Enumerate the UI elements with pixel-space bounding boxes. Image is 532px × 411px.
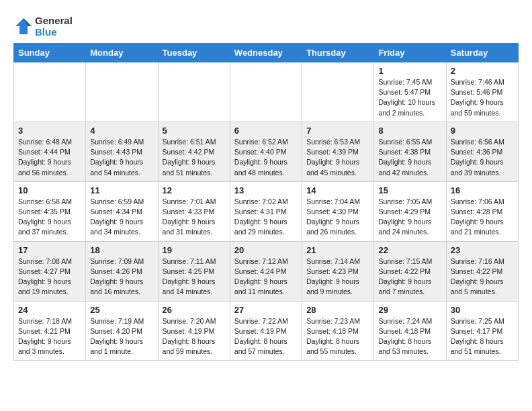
day-info: Sunrise: 6:59 AM Sunset: 4:34 PM Dayligh… <box>90 197 153 238</box>
calendar-week-row: 1Sunrise: 7:45 AM Sunset: 5:47 PM Daylig… <box>14 62 519 122</box>
calendar-cell: 22Sunrise: 7:15 AM Sunset: 4:22 PM Dayli… <box>374 241 446 301</box>
day-number: 1 <box>378 66 441 76</box>
calendar-cell: 3Sunrise: 6:48 AM Sunset: 4:44 PM Daylig… <box>14 122 86 181</box>
calendar-cell: 12Sunrise: 7:01 AM Sunset: 4:33 PM Dayli… <box>158 181 230 241</box>
calendar-cell: 18Sunrise: 7:09 AM Sunset: 4:26 PM Dayli… <box>86 241 158 301</box>
day-info: Sunrise: 7:19 AM Sunset: 4:20 PM Dayligh… <box>90 316 153 357</box>
day-info: Sunrise: 6:51 AM Sunset: 4:42 PM Dayligh… <box>163 137 226 178</box>
day-number: 2 <box>451 66 514 76</box>
day-number: 13 <box>234 185 298 195</box>
calendar-cell: 4Sunrise: 6:49 AM Sunset: 4:43 PM Daylig… <box>86 122 158 181</box>
day-info: Sunrise: 7:04 AM Sunset: 4:30 PM Dayligh… <box>306 197 369 238</box>
calendar-cell: 8Sunrise: 6:55 AM Sunset: 4:38 PM Daylig… <box>374 122 446 181</box>
day-info: Sunrise: 7:11 AM Sunset: 4:25 PM Dayligh… <box>163 257 226 298</box>
day-info: Sunrise: 7:18 AM Sunset: 4:21 PM Dayligh… <box>18 316 81 357</box>
day-number: 20 <box>234 245 298 255</box>
day-number: 19 <box>163 245 226 255</box>
calendar-table: SundayMondayTuesdayWednesdayThursdayFrid… <box>13 43 519 361</box>
day-number: 14 <box>306 185 369 195</box>
day-number: 18 <box>90 245 153 255</box>
weekday-header-cell: Wednesday <box>230 44 302 62</box>
calendar-cell: 5Sunrise: 6:51 AM Sunset: 4:42 PM Daylig… <box>158 122 230 181</box>
day-number: 10 <box>18 185 81 195</box>
day-info: Sunrise: 7:12 AM Sunset: 4:24 PM Dayligh… <box>234 257 298 298</box>
calendar-cell: 14Sunrise: 7:04 AM Sunset: 4:30 PM Dayli… <box>302 181 374 241</box>
day-number: 16 <box>451 185 514 195</box>
day-number: 30 <box>451 305 514 315</box>
day-number: 22 <box>378 245 441 255</box>
calendar-body: 1Sunrise: 7:45 AM Sunset: 5:47 PM Daylig… <box>14 62 519 361</box>
day-number: 12 <box>163 185 226 195</box>
calendar-cell: 6Sunrise: 6:52 AM Sunset: 4:40 PM Daylig… <box>230 122 302 181</box>
day-number: 6 <box>234 126 298 136</box>
day-info: Sunrise: 6:53 AM Sunset: 4:39 PM Dayligh… <box>306 137 369 178</box>
weekday-header-cell: Monday <box>86 44 158 62</box>
day-number: 7 <box>306 126 369 136</box>
calendar-cell: 28Sunrise: 7:23 AM Sunset: 4:18 PM Dayli… <box>302 301 374 361</box>
day-number: 28 <box>306 305 369 315</box>
day-info: Sunrise: 7:14 AM Sunset: 4:23 PM Dayligh… <box>306 257 369 298</box>
day-info: Sunrise: 7:20 AM Sunset: 4:19 PM Dayligh… <box>163 316 226 357</box>
day-number: 24 <box>18 305 81 315</box>
calendar-cell: 26Sunrise: 7:20 AM Sunset: 4:19 PM Dayli… <box>158 301 230 361</box>
calendar-cell: 23Sunrise: 7:16 AM Sunset: 4:22 PM Dayli… <box>446 241 518 301</box>
calendar-cell: 30Sunrise: 7:25 AM Sunset: 4:17 PM Dayli… <box>446 301 518 361</box>
logo-text: General Blue <box>35 15 73 38</box>
day-info: Sunrise: 6:58 AM Sunset: 4:35 PM Dayligh… <box>18 197 81 238</box>
day-info: Sunrise: 7:09 AM Sunset: 4:26 PM Dayligh… <box>90 257 153 298</box>
day-number: 15 <box>378 185 441 195</box>
calendar-cell: 11Sunrise: 6:59 AM Sunset: 4:34 PM Dayli… <box>86 181 158 241</box>
day-info: Sunrise: 6:49 AM Sunset: 4:43 PM Dayligh… <box>90 137 153 178</box>
logo-icon <box>13 16 34 36</box>
day-info: Sunrise: 7:05 AM Sunset: 4:29 PM Dayligh… <box>378 197 441 238</box>
day-number: 3 <box>18 126 81 136</box>
day-info: Sunrise: 6:52 AM Sunset: 4:40 PM Dayligh… <box>234 137 298 178</box>
day-info: Sunrise: 7:23 AM Sunset: 4:18 PM Dayligh… <box>306 316 369 357</box>
header-area: General Blue <box>13 12 519 38</box>
day-number: 8 <box>378 126 441 136</box>
weekday-header-cell: Friday <box>374 44 446 62</box>
day-number: 26 <box>163 305 226 315</box>
day-info: Sunrise: 7:15 AM Sunset: 4:22 PM Dayligh… <box>378 257 441 298</box>
calendar-cell: 29Sunrise: 7:24 AM Sunset: 4:18 PM Dayli… <box>374 301 446 361</box>
page: General Blue SundayMondayTuesdayWednesda… <box>0 0 532 367</box>
weekday-header-cell: Thursday <box>302 44 374 62</box>
day-number: 25 <box>90 305 153 315</box>
day-info: Sunrise: 6:55 AM Sunset: 4:38 PM Dayligh… <box>378 137 441 178</box>
calendar-cell: 15Sunrise: 7:05 AM Sunset: 4:29 PM Dayli… <box>374 181 446 241</box>
calendar-cell <box>302 62 374 122</box>
calendar-cell: 2Sunrise: 7:46 AM Sunset: 5:46 PM Daylig… <box>446 62 518 122</box>
calendar-cell: 20Sunrise: 7:12 AM Sunset: 4:24 PM Dayli… <box>230 241 302 301</box>
day-number: 17 <box>18 245 81 255</box>
logo: General Blue <box>13 15 73 38</box>
day-number: 27 <box>234 305 298 315</box>
calendar-cell: 27Sunrise: 7:22 AM Sunset: 4:19 PM Dayli… <box>230 301 302 361</box>
calendar-week-row: 3Sunrise: 6:48 AM Sunset: 4:44 PM Daylig… <box>14 122 519 181</box>
day-info: Sunrise: 7:01 AM Sunset: 4:33 PM Dayligh… <box>163 197 226 238</box>
day-number: 5 <box>163 126 226 136</box>
day-info: Sunrise: 7:16 AM Sunset: 4:22 PM Dayligh… <box>451 257 514 298</box>
day-info: Sunrise: 7:06 AM Sunset: 4:28 PM Dayligh… <box>451 197 514 238</box>
calendar-cell: 16Sunrise: 7:06 AM Sunset: 4:28 PM Dayli… <box>446 181 518 241</box>
day-info: Sunrise: 7:08 AM Sunset: 4:27 PM Dayligh… <box>18 257 81 298</box>
day-info: Sunrise: 7:46 AM Sunset: 5:46 PM Dayligh… <box>451 77 514 118</box>
day-info: Sunrise: 7:25 AM Sunset: 4:17 PM Dayligh… <box>451 316 514 357</box>
calendar-cell: 21Sunrise: 7:14 AM Sunset: 4:23 PM Dayli… <box>302 241 374 301</box>
day-number: 9 <box>451 126 514 136</box>
calendar-cell: 7Sunrise: 6:53 AM Sunset: 4:39 PM Daylig… <box>302 122 374 181</box>
calendar-week-row: 17Sunrise: 7:08 AM Sunset: 4:27 PM Dayli… <box>14 241 519 301</box>
day-number: 23 <box>451 245 514 255</box>
day-info: Sunrise: 7:45 AM Sunset: 5:47 PM Dayligh… <box>378 77 441 118</box>
weekday-header-cell: Saturday <box>446 44 518 62</box>
day-number: 29 <box>378 305 441 315</box>
day-info: Sunrise: 7:22 AM Sunset: 4:19 PM Dayligh… <box>234 316 298 357</box>
calendar-cell <box>14 62 86 122</box>
calendar-cell: 10Sunrise: 6:58 AM Sunset: 4:35 PM Dayli… <box>14 181 86 241</box>
day-info: Sunrise: 7:24 AM Sunset: 4:18 PM Dayligh… <box>378 316 441 357</box>
day-number: 4 <box>90 126 153 136</box>
calendar-cell: 1Sunrise: 7:45 AM Sunset: 5:47 PM Daylig… <box>374 62 446 122</box>
weekday-header-cell: Sunday <box>14 44 86 62</box>
calendar-cell: 17Sunrise: 7:08 AM Sunset: 4:27 PM Dayli… <box>14 241 86 301</box>
calendar-cell <box>230 62 302 122</box>
calendar-cell <box>86 62 158 122</box>
